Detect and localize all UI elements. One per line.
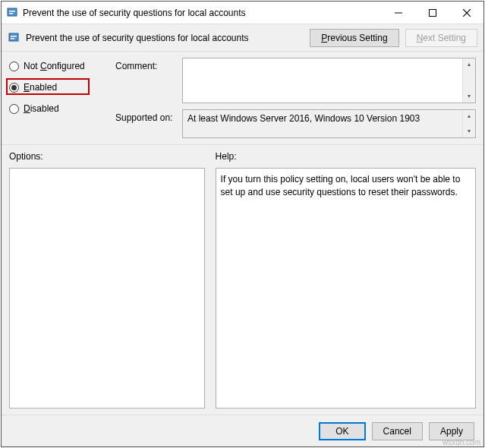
toolbar-title: Prevent the use of security questions fo… [26, 33, 304, 43]
options-section: Options: [9, 151, 205, 409]
radio-group: Not Configured Enabled Disabled [9, 58, 108, 138]
svg-rect-4 [429, 9, 436, 16]
svg-rect-2 [9, 13, 13, 14]
help-label: Help: [216, 151, 476, 162]
svg-rect-9 [11, 38, 14, 39]
comment-field-wrap: ▴ ▾ [182, 58, 476, 103]
form-column: Comment: ▴ ▾ Supported on: At least Wind… [115, 58, 476, 138]
window-controls [381, 2, 483, 24]
scrollbar[interactable]: ▴ ▾ [462, 58, 475, 103]
svg-rect-0 [8, 8, 17, 16]
supported-row: Supported on: At least Windows Server 20… [115, 109, 476, 138]
options-label: Options: [9, 151, 205, 162]
radio-icon [9, 62, 19, 71]
scroll-down-icon: ▾ [468, 90, 471, 103]
comment-row: Comment: ▴ ▾ [115, 58, 476, 103]
radio-not-configured-label: Not Configured [24, 61, 85, 71]
minimize-button[interactable] [381, 2, 415, 24]
comment-label: Comment: [115, 58, 175, 103]
help-box: If you turn this policy setting on, loca… [216, 168, 476, 409]
radio-icon [9, 83, 19, 93]
window-title: Prevent the use of security questions fo… [23, 8, 381, 18]
policy-icon [6, 7, 18, 19]
titlebar: Prevent the use of security questions fo… [2, 2, 483, 24]
comment-input[interactable] [183, 58, 462, 103]
radio-not-configured[interactable]: Not Configured [9, 61, 108, 71]
policy-icon [8, 32, 20, 44]
scroll-up-icon: ▴ [468, 110, 471, 122]
radio-enabled[interactable]: Enabled [9, 82, 108, 93]
close-button[interactable] [449, 2, 483, 24]
details-area: Options: Help: If you turn this policy s… [2, 144, 483, 415]
radio-enabled-label: nabled [30, 82, 57, 93]
svg-rect-8 [11, 36, 17, 37]
svg-rect-1 [9, 11, 15, 12]
help-text: If you turn this policy setting on, loca… [221, 173, 471, 199]
previous-setting-button[interactable]: Previous Setting [310, 29, 398, 47]
svg-rect-7 [9, 33, 18, 41]
radio-disabled-label: isabled [30, 103, 59, 114]
footer: OK Cancel Apply [2, 415, 483, 446]
toolbar: Prevent the use of security questions fo… [2, 24, 483, 52]
help-section: Help: If you turn this policy setting on… [216, 151, 476, 409]
radio-icon [9, 104, 19, 114]
next-setting-button[interactable]: Next Setting [405, 29, 477, 47]
apply-button[interactable]: Apply [429, 422, 474, 440]
maximize-button[interactable] [415, 2, 449, 24]
supported-field-wrap: At least Windows Server 2016, Windows 10… [182, 109, 476, 138]
radio-disabled[interactable]: Disabled [9, 103, 108, 114]
config-area: Not Configured Enabled Disabled Comment:… [2, 52, 483, 138]
ok-button[interactable]: OK [319, 422, 365, 440]
cancel-button[interactable]: Cancel [372, 422, 423, 440]
dialog-window: Prevent the use of security questions fo… [1, 1, 484, 447]
scroll-down-icon: ▾ [468, 125, 471, 137]
scroll-up-icon: ▴ [468, 58, 471, 71]
supported-value: At least Windows Server 2016, Windows 10… [183, 110, 462, 137]
next-label-rest: ext Setting [423, 33, 466, 43]
options-box[interactable] [9, 168, 205, 409]
scrollbar[interactable]: ▴ ▾ [462, 110, 475, 137]
supported-label: Supported on: [115, 109, 175, 138]
prev-label-rest: revious Setting [327, 33, 387, 43]
